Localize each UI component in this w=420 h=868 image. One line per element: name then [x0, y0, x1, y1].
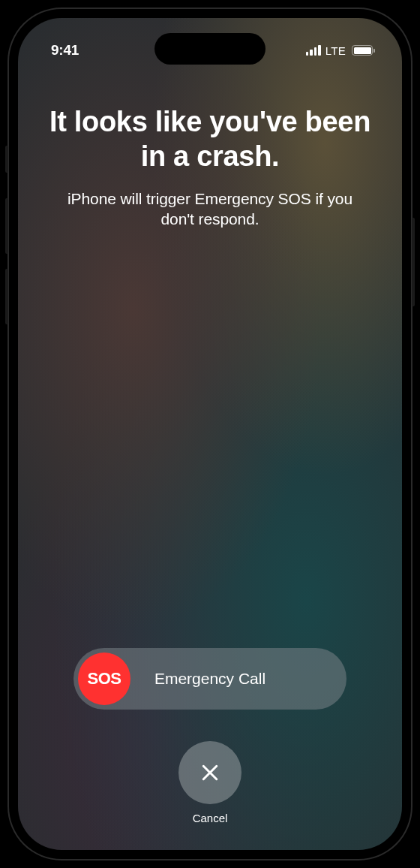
dynamic-island	[154, 33, 266, 65]
side-button	[412, 218, 415, 306]
emergency-call-slider[interactable]: SOS Emergency Call	[74, 648, 346, 710]
spacer	[36, 230, 384, 648]
volume-up-button	[5, 198, 8, 254]
volume-down-button	[5, 269, 8, 324]
network-label: LTE	[326, 44, 346, 57]
crash-subtext: iPhone will trigger Emergency SOS if you…	[36, 188, 384, 230]
iphone-frame: 9:41 LTE It looks like you've been in a …	[8, 8, 412, 860]
cancel-button[interactable]	[178, 741, 242, 804]
sos-icon: SOS	[88, 669, 122, 689]
cancel-label: Cancel	[193, 812, 228, 824]
cancel-group: Cancel	[36, 741, 384, 824]
screen: 9:41 LTE It looks like you've been in a …	[18, 18, 402, 850]
battery-icon	[352, 45, 375, 56]
close-icon	[199, 761, 221, 784]
crash-headline: It looks like you've been in a crash.	[36, 105, 384, 173]
slider-label: Emergency Call	[154, 670, 266, 688]
cellular-signal-icon	[306, 45, 321, 56]
content-area: It looks like you've been in a crash. iP…	[18, 66, 402, 850]
sos-slider-knob[interactable]: SOS	[78, 653, 130, 705]
status-right-cluster: LTE	[306, 44, 375, 57]
mute-switch	[5, 146, 8, 173]
status-time: 9:41	[51, 42, 79, 59]
